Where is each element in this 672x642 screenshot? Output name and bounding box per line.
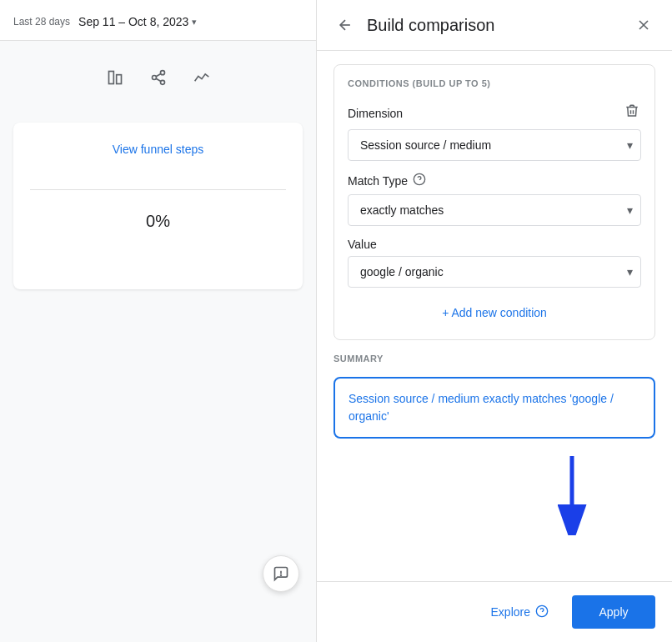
top-bar: Last 28 days Sep 11 – Oct 8, 2023 ▾ — [0, 0, 316, 41]
explore-button[interactable]: Explore — [478, 596, 562, 629]
funnel-card: View funnel steps 0% — [13, 123, 303, 289]
conditions-section: CONDITIONS (BUILD UP TO 5) Dimension Ses… — [333, 64, 655, 340]
chevron-down-icon: ▾ — [192, 17, 197, 28]
build-comparison-panel: Build comparison CONDITIONS (BUILD UP TO… — [317, 0, 672, 642]
left-panel: Last 28 days Sep 11 – Oct 8, 2023 ▾ View… — [0, 0, 317, 642]
svg-point-4 — [160, 80, 164, 84]
value-field-row: Value — [348, 238, 641, 251]
chart-icon-button[interactable] — [100, 63, 130, 93]
delete-condition-button[interactable] — [623, 102, 641, 124]
conditions-section-label: CONDITIONS (BUILD UP TO 5) — [348, 78, 641, 88]
share-icon-button[interactable] — [143, 63, 173, 93]
summary-section-label: SUMMARY — [333, 354, 655, 364]
date-label: Last 28 days — [13, 16, 70, 28]
panel-body: CONDITIONS (BUILD UP TO 5) Dimension Ses… — [317, 51, 672, 581]
match-type-help-icon[interactable] — [413, 173, 426, 189]
value-label: Value — [348, 238, 377, 251]
dimension-select[interactable]: Session source / medium — [348, 129, 641, 161]
panel-header: Build comparison — [317, 0, 672, 51]
arrow-svg-icon — [539, 452, 605, 535]
match-type-select-wrapper: exactly matches ▾ — [348, 194, 641, 226]
summary-text: Session source / medium exactly matches … — [349, 392, 614, 423]
explore-help-icon — [535, 604, 549, 620]
date-range-selector[interactable]: Sep 11 – Oct 8, 2023 ▾ — [78, 15, 197, 28]
arrow-annotation — [333, 452, 655, 535]
sparkline-icon-button[interactable] — [187, 63, 217, 93]
svg-line-6 — [156, 73, 161, 76]
add-condition-button[interactable]: + Add new condition — [348, 299, 641, 326]
date-range-text: Sep 11 – Oct 8, 2023 — [78, 15, 188, 28]
apply-button[interactable]: Apply — [572, 595, 655, 629]
view-funnel-steps-link[interactable]: View funnel steps — [113, 143, 203, 156]
icon-bar — [0, 49, 316, 106]
match-type-label: Match Type — [348, 174, 408, 188]
close-button[interactable] — [632, 13, 655, 37]
summary-box: Session source / medium exactly matches … — [333, 377, 655, 439]
value-select-wrapper: google / organic ▾ — [348, 256, 641, 288]
match-type-label-row: Match Type — [348, 173, 641, 189]
svg-rect-0 — [108, 72, 113, 84]
percent-display: 0% — [146, 212, 170, 231]
dimension-field-group: Dimension Session source / medium ▾ — [348, 102, 641, 161]
panel-title: Build comparison — [367, 16, 632, 35]
dimension-select-wrapper: Session source / medium ▾ — [348, 129, 641, 161]
svg-line-5 — [156, 78, 161, 81]
explore-label: Explore — [491, 605, 530, 619]
svg-point-3 — [152, 76, 156, 80]
summary-section: SUMMARY Session source / medium exactly … — [333, 354, 655, 439]
dimension-field-row: Dimension — [348, 102, 641, 124]
back-button[interactable] — [333, 13, 357, 37]
svg-rect-1 — [116, 75, 121, 84]
svg-point-2 — [160, 71, 164, 75]
panel-footer: Explore Apply — [317, 581, 672, 642]
match-type-field-group: Match Type exactly matches ▾ — [348, 173, 641, 226]
feedback-button[interactable] — [263, 555, 299, 592]
dimension-label: Dimension — [348, 107, 403, 120]
match-type-select[interactable]: exactly matches — [348, 194, 641, 226]
value-select[interactable]: google / organic — [348, 256, 641, 288]
value-field-group: Value google / organic ▾ — [348, 238, 641, 288]
svg-point-8 — [281, 574, 282, 575]
